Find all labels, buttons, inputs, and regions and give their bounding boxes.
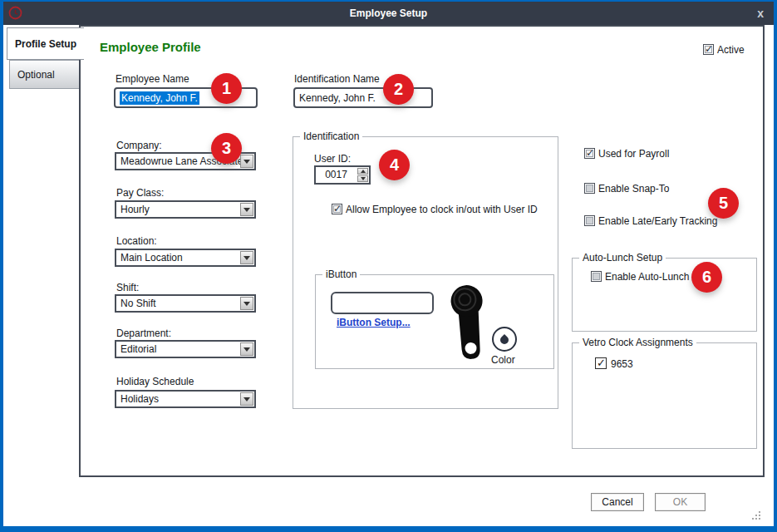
callout-badge-6: 6: [691, 262, 722, 293]
used-for-payroll-checkbox[interactable]: [584, 148, 595, 159]
auto-lunch-group-title: Auto-Lunch Setup: [579, 252, 666, 264]
callout-badge-3: 3: [211, 133, 242, 164]
ibutton-field[interactable]: [331, 292, 434, 314]
chevron-down-icon[interactable]: [240, 251, 253, 264]
callout-badge-2: 2: [383, 74, 414, 105]
enable-late-early-checkbox[interactable]: [584, 215, 595, 226]
spinner-up-icon[interactable]: [357, 168, 368, 175]
vetro-clock-group-title: Vetro Clock Assignments: [579, 337, 696, 348]
enable-late-early-label: Enable Late/Early Tracking: [598, 215, 717, 227]
allow-clock-label: Allow Employee to clock in/out with User…: [346, 204, 538, 215]
tab-profile-setup[interactable]: Profile Setup: [7, 27, 84, 60]
callout-badge-4: 4: [379, 150, 410, 180]
location-label: Location:: [116, 235, 157, 247]
color-label: Color: [491, 354, 515, 366]
active-label: Active: [717, 44, 745, 56]
spinner-down-icon[interactable]: [357, 175, 368, 182]
vetro-clock-checkbox[interactable]: [595, 357, 607, 369]
chevron-down-icon[interactable]: [240, 342, 253, 356]
pay-class-value: Hourly: [116, 204, 240, 215]
window-title: Employee Setup: [0, 7, 777, 19]
used-for-payroll-label: Used for Payroll: [598, 148, 669, 160]
identification-group-title: Identification: [300, 131, 362, 142]
holiday-schedule-label: Holiday Schedule: [116, 376, 194, 387]
shift-value: No Shift: [116, 298, 240, 309]
chevron-down-icon[interactable]: [240, 297, 253, 310]
user-id-spinner[interactable]: 0017: [314, 165, 371, 185]
active-checkbox[interactable]: [703, 44, 714, 55]
holiday-schedule-dropdown[interactable]: Holidays: [115, 390, 256, 408]
cancel-button[interactable]: Cancel: [591, 493, 644, 511]
ok-button[interactable]: OK: [655, 493, 706, 511]
department-label: Department:: [116, 328, 171, 339]
page-title: Employee Profile: [100, 40, 201, 54]
chevron-down-icon[interactable]: [240, 392, 253, 406]
employee-name-label: Employee Name: [116, 73, 189, 85]
callout-badge-5: 5: [708, 188, 739, 219]
ibutton-fob-image: [450, 284, 488, 367]
ibutton-group-title: iButton: [322, 268, 360, 280]
department-dropdown[interactable]: Editorial: [115, 340, 256, 358]
shift-label: Shift:: [116, 282, 139, 293]
enable-auto-lunch-label: Enable Auto-Lunch: [605, 271, 689, 283]
title-bar: Employee Setup x: [0, 2, 777, 25]
chevron-down-icon[interactable]: [240, 203, 253, 216]
department-value: Editorial: [116, 343, 240, 355]
shift-dropdown[interactable]: No Shift: [115, 294, 256, 313]
resize-grip[interactable]: [752, 511, 762, 521]
identification-name-label: Identification Name: [294, 73, 380, 85]
close-icon[interactable]: x: [757, 5, 764, 22]
color-picker-icon[interactable]: [492, 327, 517, 352]
enable-snap-to-label: Enable Snap-To: [598, 183, 669, 195]
ibutton-setup-link[interactable]: iButton Setup...: [337, 317, 411, 328]
location-dropdown[interactable]: Main Location: [115, 249, 256, 267]
pay-class-label: Pay Class:: [116, 187, 164, 199]
employee-setup-dialog: Employee Setup x Profile Setup Optional …: [0, 0, 777, 532]
identification-name-value: Kennedy, John F.: [299, 92, 376, 104]
auto-lunch-group: Auto-Lunch Setup: [572, 258, 757, 332]
tab-optional[interactable]: Optional: [9, 60, 82, 89]
company-label: Company:: [116, 140, 162, 151]
employee-name-value: Kennedy, John F.: [120, 91, 199, 105]
user-id-value: 0017: [316, 167, 357, 183]
location-value: Main Location: [116, 252, 240, 264]
vetro-clock-id: 9653: [611, 358, 633, 370]
callout-badge-1: 1: [211, 73, 242, 104]
pay-class-dropdown[interactable]: Hourly: [115, 200, 256, 219]
holiday-schedule-value: Holidays: [116, 393, 240, 405]
chevron-down-icon[interactable]: [240, 155, 253, 168]
enable-auto-lunch-checkbox[interactable]: [591, 271, 602, 282]
enable-snap-to-checkbox[interactable]: [584, 183, 595, 194]
user-id-label: User ID:: [314, 153, 351, 165]
droplet-icon: [499, 334, 510, 346]
allow-clock-checkbox[interactable]: [332, 204, 342, 214]
